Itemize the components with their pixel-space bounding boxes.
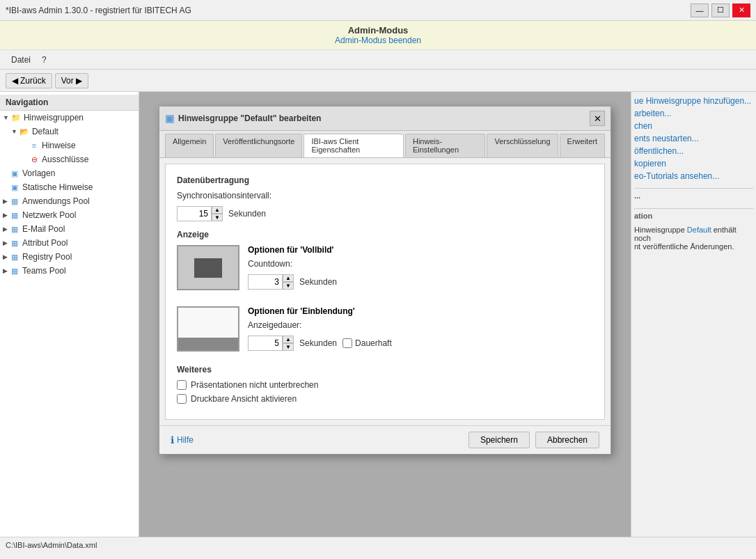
einblendung-preview	[177, 306, 239, 352]
admin-mode-link[interactable]: Admin-Modus beenden	[4, 36, 752, 45]
countdown-decrement-button[interactable]: ▼	[283, 282, 294, 290]
menu-help[interactable]: ?	[36, 54, 52, 66]
modal-title-text: Hinweisgruppe "Default" bearbeiten	[178, 113, 321, 123]
copy-link[interactable]: kopieren	[634, 157, 753, 170]
nav-item-email[interactable]: ▶ ▦ E-Mail Pool	[0, 222, 139, 236]
admin-bar: Admin-Modus Admin-Modus beenden	[0, 21, 756, 50]
druckbar-checkbox[interactable]	[177, 394, 187, 404]
tab-verschluesselung[interactable]: Verschlüsselung	[487, 134, 558, 157]
modal-icon: ▣	[165, 113, 174, 124]
help-link[interactable]: ℹ Hilfe	[171, 434, 194, 446]
checkbox-druckbar-row: Druckbare Ansicht aktivieren	[177, 394, 593, 404]
duration-label: Anzeigedauer:	[248, 320, 301, 330]
add-group-link[interactable]: ue Hinweisgruppe hinzufügen...	[634, 95, 753, 107]
nav-item-default[interactable]: ▼ 📂 Default	[0, 125, 139, 139]
nav-label: Teams Pool	[22, 266, 66, 276]
sync-label: Synchronisationsintervall:	[177, 191, 271, 200]
nav-item-hinweise[interactable]: ▶ ≡ Hinweise	[0, 139, 139, 152]
duration-decrement-button[interactable]: ▼	[283, 343, 294, 351]
section-anzeige: Anzeige	[177, 230, 593, 239]
duration-increment-button[interactable]: ▲	[283, 336, 294, 343]
tab-bar: Allgemein Veröffentlichungsorte IBI-aws …	[159, 131, 611, 158]
toolbar: ◀ Zurück Vor ▶	[0, 70, 756, 92]
expand-arrow: ▶	[3, 226, 8, 233]
tab-erweitert[interactable]: Erweitert	[560, 134, 605, 157]
nav-item-anwendungs[interactable]: ▶ ▦ Anwendungs Pool	[0, 194, 139, 208]
display-options: Optionen für 'Vollbild' Countdown:	[177, 245, 593, 306]
nav-item-registry[interactable]: ▶ ▦ Registry Pool	[0, 250, 139, 264]
modal-titlebar: ▣ Hinweisgruppe "Default" bearbeiten ✕	[159, 107, 611, 131]
nav-label: Netzwerk Pool	[22, 210, 76, 220]
modal-close-button[interactable]: ✕	[590, 111, 605, 126]
exclude-icon: ⊖	[29, 154, 40, 165]
content-area: ▣ Hinweisgruppe "Default" bearbeiten ✕ A…	[139, 92, 631, 537]
sync-increment-button[interactable]: ▲	[212, 206, 223, 214]
permanent-checkbox[interactable]	[342, 338, 352, 348]
sync-value-input[interactable]	[177, 206, 212, 221]
fullscreen-options-panel: Optionen für 'Vollbild' Countdown:	[248, 245, 337, 295]
tab-veroeffentlichungsorte[interactable]: Veröffentlichungsorte	[215, 134, 302, 157]
duration-input-row: ▲ ▼ Sekunden Dauerhaft	[248, 336, 593, 351]
duration-value-input[interactable]	[248, 336, 283, 351]
modal-dialog: ▣ Hinweisgruppe "Default" bearbeiten ✕ A…	[159, 106, 611, 455]
countdown-value-input[interactable]	[248, 274, 283, 290]
pool-icon: ▦	[9, 196, 20, 207]
nav-item-hinweisgruppen[interactable]: ▼ 📁 Hinweisgruppen	[0, 111, 139, 125]
expand-arrow: ▶	[3, 212, 8, 219]
einblendung-option: Optionen für 'Einblendung' Anzeigedauer:…	[177, 306, 593, 356]
countdown-increment-button[interactable]: ▲	[283, 274, 294, 282]
expand-arrow: ▶	[3, 267, 8, 274]
fullscreen-option: Optionen für 'Vollbild' Countdown:	[177, 245, 337, 295]
right-panel-info-title: ation	[634, 208, 753, 223]
statusbar: C:\IBI-aws\Admin\Data.xml	[0, 537, 756, 552]
expand-arrow: ▼	[11, 128, 17, 135]
nav-item-vorlagen[interactable]: ▶ ▣ Vorlagen	[0, 166, 139, 180]
save-button[interactable]: Speichern	[468, 432, 530, 448]
right-panel-links: ue Hinweisgruppe hinzufügen... arbeiten.…	[634, 95, 753, 182]
minimize-button[interactable]: —	[691, 3, 709, 17]
praesentationen-checkbox[interactable]	[177, 380, 187, 390]
permanent-container: Dauerhaft	[342, 338, 392, 348]
delete-link[interactable]: chen	[634, 120, 753, 132]
einblendung-option-title: Optionen für 'Einblendung'	[248, 306, 593, 316]
nav-item-teams[interactable]: ▶ ▦ Teams Pool	[0, 264, 139, 278]
nav-item-ausschluesse[interactable]: ▶ ⊖ Ausschlüsse	[0, 152, 139, 166]
checkbox-praesentationen-row: Präsentationen nicht unterbrechen	[177, 380, 593, 390]
forward-label: Vor	[61, 76, 74, 86]
right-panel: ue Hinweisgruppe hinzufügen... arbeiten.…	[631, 92, 756, 537]
display-section: Anzeige Optionen für 'Vollbild'	[177, 230, 593, 356]
right-panel-info-text: Hinweisgruppe Default enthält noch nt ve…	[634, 223, 753, 253]
cancel-button[interactable]: Abbrechen	[535, 432, 599, 448]
sync-decrement-button[interactable]: ▼	[212, 214, 223, 221]
restart-link[interactable]: ents neustarten...	[634, 132, 753, 145]
pool-icon: ▦	[9, 237, 20, 249]
nav-label: Registry Pool	[22, 252, 72, 262]
nav-label: Attribut Pool	[22, 238, 68, 248]
forward-button[interactable]: Vor ▶	[55, 73, 88, 88]
tab-client-eigenschaften[interactable]: IBI-aws Client Eigenschaften	[304, 134, 404, 157]
default-highlight-link[interactable]: Default	[687, 226, 711, 234]
nav-item-netzwerk[interactable]: ▶ ▦ Netzwerk Pool	[0, 208, 139, 222]
close-button[interactable]: ✕	[732, 3, 750, 17]
list-icon: ≡	[29, 140, 40, 151]
tutorial-link[interactable]: eo-Tutorials ansehen...	[634, 170, 753, 182]
back-button[interactable]: ◀ Zurück	[6, 73, 52, 88]
back-label: Zurück	[20, 76, 46, 86]
sync-spinner: ▲ ▼	[177, 206, 223, 221]
nav-item-statische[interactable]: ▶ ▣ Statische Hinweise	[0, 180, 139, 194]
maximize-button[interactable]: ☐	[711, 3, 730, 17]
edit-link[interactable]: arbeiten...	[634, 107, 753, 120]
status-path: C:\IBI-aws\Admin\Data.xml	[6, 541, 97, 549]
nav-item-attribut[interactable]: ▶ ▦ Attribut Pool	[0, 236, 139, 250]
titlebar: *IBI-aws Admin 1.30.0 - registriert für …	[0, 0, 756, 21]
modal-content: Datenübertragung Synchronisationsinterva…	[165, 164, 605, 420]
publish-link[interactable]: öffentlichen...	[634, 145, 753, 157]
modal-title: ▣ Hinweisgruppe "Default" bearbeiten	[165, 113, 321, 124]
tab-hinweis-einstellungen[interactable]: Hinweis-Einstellungen	[405, 134, 486, 157]
menu-datei[interactable]: Datei	[6, 54, 36, 66]
countdown-row: Countdown:	[248, 259, 337, 269]
countdown-label: Countdown:	[248, 259, 292, 269]
duration-row: Anzeigedauer:	[248, 320, 593, 330]
nav-label: Hinweise	[42, 141, 76, 150]
tab-allgemein[interactable]: Allgemein	[165, 134, 214, 157]
